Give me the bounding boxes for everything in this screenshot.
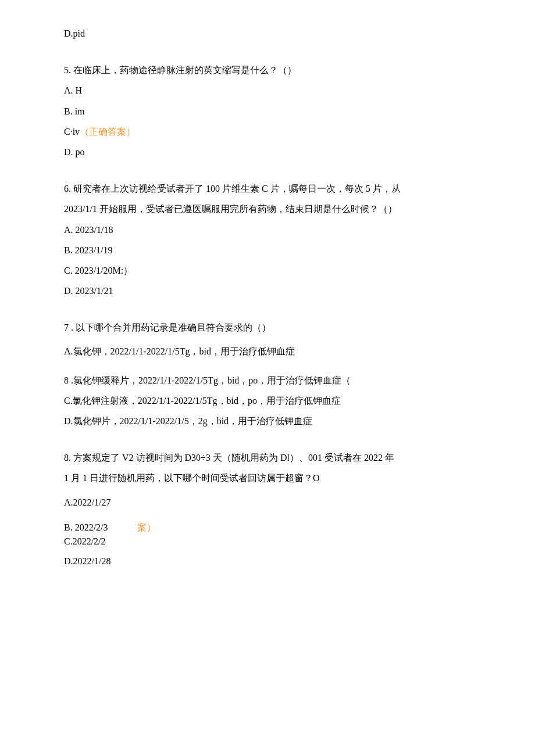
q5-option-c-prefix: C·iv <box>64 127 80 137</box>
q6-text-line1: 6. 研究者在上次访视给受试者开了 100 片维生素 C 片，嘱每日一次，每次 … <box>64 178 477 199</box>
q8-option-d: D.2022/1/28 <box>64 551 477 571</box>
q6-option-d: D. 2023/1/21 <box>64 281 477 301</box>
question-6: 6. 研究者在上次访视给受试者开了 100 片维生素 C 片，嘱每日一次，每次 … <box>64 178 477 301</box>
q7-option-a: A.氯化钾，2022/1/1-2022/1/5Tg，bid，用于治疗低钾血症 <box>64 341 477 361</box>
q8-option-c: C.2022/2/2 <box>64 535 477 549</box>
question-4-partial: D.pid <box>64 23 477 44</box>
q7-option-c: C.氯化钾注射液，2022/1/1-2022/1/5Tg，bid，po，用于治疗… <box>64 390 477 411</box>
q5-option-d: D. po <box>64 142 477 162</box>
q6-option-a: A. 2023/1/18 <box>64 220 477 240</box>
q7-text: 7 . 以下哪个合并用药记录是准确且符合要求的（） <box>64 317 477 338</box>
q5-correct-answer-label: （正确答案） <box>80 127 135 137</box>
question-5: 5. 在临床上，药物途径静脉注射的英文缩写是什么？（） A. H B. im C… <box>64 60 477 162</box>
q5-option-c: C·iv（正确答案） <box>64 121 477 142</box>
q5-option-a: A. H <box>64 80 477 101</box>
q8-option-b-text: B. 2022/2/3 <box>64 522 108 532</box>
q8-text-line2: 1 月 1 日进行随机用药，以下哪个时间受试者回访属于超窗？O <box>64 468 477 488</box>
q5-option-b: B. im <box>64 101 477 121</box>
question-7: 7 . 以下哪个合并用药记录是准确且符合要求的（） A.氯化钾，2022/1/1… <box>64 317 477 431</box>
q7-option-b: 8 .氯化钾缓释片，2022/1/1-2022/1/5Tg，bid，po，用于治… <box>64 370 477 390</box>
q6-text-line2: 2023/1/1 开始服用，受试者已遵医嘱服用完所有药物，结束日期是什么时候？（… <box>64 199 477 219</box>
q8-option-b: B. 2022/2/3案） <box>64 521 477 535</box>
q5-text: 5. 在临床上，药物途径静脉注射的英文缩写是什么？（） <box>64 60 477 80</box>
question-8: 8. 方案规定了 V2 访视时间为 D30÷3 天（随机用药为 Dl）、001 … <box>64 447 477 571</box>
q7-option-d: D.氯化钾片，2022/1/1-2022/1/5，2g，bid，用于治疗低钾血症 <box>64 411 477 431</box>
q8-correct-answer-label: 案） <box>137 521 156 535</box>
q4-option-d: D.pid <box>64 23 477 44</box>
q8-option-a: A.2022/1/27 <box>64 492 477 513</box>
q6-option-b: B. 2023/1/19 <box>64 240 477 260</box>
q6-option-c: C. 2023/1/20M:） <box>64 260 477 281</box>
q8-text-line1: 8. 方案规定了 V2 访视时间为 D30÷3 天（随机用药为 Dl）、001 … <box>64 447 477 468</box>
